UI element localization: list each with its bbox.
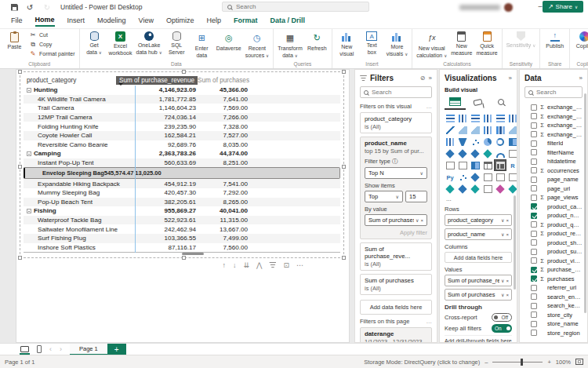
field-item-exchange-cost[interactable]: Σexchange_cost: [524, 112, 583, 122]
row-label[interactable]: 4K Wildlife Trail Camera: [24, 96, 132, 103]
revenue-cell[interactable]: 454,912.19: [132, 180, 198, 188]
purchases-cell[interactable]: 7,569.00: [198, 104, 249, 111]
next-page-arrow[interactable]: ›: [60, 345, 62, 353]
visual-type-pie-chart[interactable]: [482, 137, 493, 147]
field-item-referrer-url[interactable]: referrer_url: [524, 283, 583, 293]
field-item-page-url[interactable]: page_url: [524, 184, 583, 194]
previous-page-arrow[interactable]: ‹: [49, 345, 52, 353]
viz-pane-scrollbar[interactable]: [514, 195, 516, 290]
revenue-cell[interactable]: 724,036.14: [132, 114, 198, 121]
revenue-cell[interactable]: 87,116.17: [132, 244, 198, 251]
more-options-icon[interactable]: …: [426, 103, 433, 110]
sensitivity-button[interactable]: Sensitivity ∨: [505, 31, 538, 50]
revenue-cell[interactable]: 103,366.55: [132, 235, 198, 242]
purchases-cell[interactable]: 7,641.00: [198, 96, 249, 103]
revenue-cell[interactable]: 239,235.90: [132, 123, 198, 130]
more-visuals-button[interactable]: Morevisuals ∨: [385, 31, 409, 59]
purchases-cell[interactable]: 7,328.00: [198, 123, 249, 130]
refresh-button[interactable]: ↻Refresh: [305, 31, 329, 53]
visual-type-treemap[interactable]: [507, 137, 517, 147]
filter-card-product-category[interactable]: product_category is (All): [360, 112, 432, 133]
menu-optimize[interactable]: Optimize: [166, 16, 194, 26]
field-item-product-name[interactable]: product_name: [524, 211, 583, 220]
visual-type-100-stacked-column-chart[interactable]: [507, 113, 517, 123]
matrix-row[interactable]: Pop-Up Beach Tent382,205.618,265.00: [24, 198, 340, 207]
get-data-button[interactable]: Getdata ∨: [82, 31, 107, 57]
show-items-count-input[interactable]: 15: [405, 191, 427, 202]
purchases-cell[interactable]: 8,265.00: [198, 199, 249, 206]
field-checkbox[interactable]: [531, 195, 537, 201]
by-value-dropdown[interactable]: Sum of purchases ∨ ×: [365, 214, 427, 226]
purchases-cell[interactable]: 7,560.00: [198, 244, 249, 251]
field-checkbox[interactable]: [531, 303, 537, 309]
redo-icon[interactable]: ↻: [42, 3, 53, 12]
row-label[interactable]: Envelop Sleeping Bag: [28, 169, 104, 177]
purchases-cell[interactable]: 11,315.00: [198, 217, 249, 224]
resize-handle-sw[interactable]: [18, 256, 22, 260]
dataverse-button[interactable]: ◎Dataverse: [215, 31, 243, 53]
remove-field-icon[interactable]: ×: [506, 279, 509, 283]
purchases-cell[interactable]: 129,781.00: [198, 253, 249, 254]
matrix-row[interactable]: Trail Camera1,146,604.237,569.00: [24, 104, 340, 113]
matrix-row[interactable]: Hunting4,146,923.0945,366.00: [24, 86, 340, 95]
recent-sources-button[interactable]: ◷Recentsources ∨: [244, 31, 271, 60]
filter-type-dropdown[interactable]: Top N ∨: [365, 167, 427, 179]
row-label[interactable]: Surf Fishing Plug: [24, 235, 132, 242]
visual-type-paginated-report[interactable]: [507, 172, 517, 182]
field-checkbox[interactable]: [531, 131, 537, 137]
fit-to-page-icon[interactable]: [575, 359, 583, 365]
collapse-pane-icon[interactable]: »: [579, 75, 583, 82]
collapse-pane-icon[interactable]: »: [429, 75, 432, 82]
revenue-cell[interactable]: 92,689.76: [132, 141, 198, 148]
field-checkbox[interactable]: [531, 239, 537, 246]
visual-type-filled-map[interactable]: [457, 148, 468, 158]
matrix-row[interactable]: 12MP Trail Camera724,036.147,266.00: [24, 113, 340, 122]
filters-search[interactable]: Search: [360, 86, 432, 98]
field-checkbox[interactable]: [531, 312, 537, 318]
chevron-down-icon[interactable]: ∨: [501, 278, 504, 283]
visual-type-kpi[interactable]: [457, 160, 468, 170]
chevron-down-icon[interactable]: ∨: [501, 217, 504, 223]
field-checkbox[interactable]: [531, 275, 537, 282]
purchases-cell[interactable]: 13,025.00: [135, 169, 162, 177]
matrix-row[interactable]: Mummy Sleeping Bag420,457.307,292.00: [24, 188, 340, 198]
new-page-button[interactable]: +: [107, 344, 126, 355]
row-label[interactable]: Total: [24, 253, 132, 254]
resize-handle-ne[interactable]: [342, 70, 346, 74]
menu-view[interactable]: View: [139, 16, 154, 26]
drill-down-icon[interactable]: ↓: [233, 261, 237, 269]
row-label[interactable]: Mummy Sleeping Bag: [24, 189, 132, 196]
visual-type-arcgis-map[interactable]: [445, 184, 456, 194]
field-item-exchange-rev[interactable]: Σexchange_rev...: [524, 130, 583, 140]
field-checkbox[interactable]: [531, 185, 537, 191]
visual-type-key-influencers[interactable]: [457, 172, 468, 182]
matrix-row[interactable]: Coyote Howler Call162,584.217,527.00: [24, 131, 340, 140]
field-item-store-city[interactable]: store_city: [524, 311, 583, 320]
remove-field-icon[interactable]: ×: [506, 293, 509, 297]
field-checkbox[interactable]: [531, 140, 537, 147]
field-checkbox[interactable]: [531, 293, 537, 300]
rows-field-pill[interactable]: product_category∨×: [445, 214, 512, 226]
row-label[interactable]: Inshore Soft Plastics: [24, 244, 132, 251]
menu-format[interactable]: Format: [234, 16, 258, 26]
chevron-down-icon[interactable]: ∨: [501, 231, 504, 237]
visual-type-area-chart[interactable]: [457, 125, 468, 135]
field-checkbox[interactable]: [531, 330, 537, 336]
drill-up-icon[interactable]: ↑: [223, 261, 227, 269]
field-item-store-name[interactable]: store_name: [524, 319, 583, 329]
revenue-cell[interactable]: 1,781,772.85: [132, 96, 198, 103]
purchases-cell[interactable]: 7,266.00: [198, 114, 249, 121]
new-visual-button[interactable]: Newvisual: [335, 31, 359, 59]
visual-type-donut-chart[interactable]: [495, 137, 506, 147]
copilot-button[interactable]: Copilot: [572, 31, 588, 51]
visual-type-line-chart[interactable]: [445, 125, 456, 135]
share-button[interactable]: ↗ Share ∨: [543, 1, 583, 13]
collapse-pane-icon[interactable]: »: [509, 75, 512, 82]
menu-insert[interactable]: Insert: [67, 16, 85, 26]
visual-type-clustered-bar-chart[interactable]: [470, 113, 481, 123]
zoom-slider-thumb[interactable]: [521, 359, 523, 366]
row-label[interactable]: Reversible Camo Beanie: [24, 141, 132, 148]
revenue-cell[interactable]: 242,462.94: [132, 226, 198, 233]
matrix-visual[interactable]: product_category Sum of purchase_revenue…: [20, 71, 344, 258]
row-label[interactable]: Camping: [24, 150, 132, 157]
